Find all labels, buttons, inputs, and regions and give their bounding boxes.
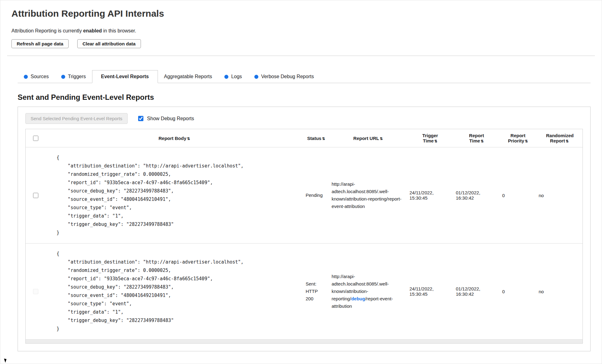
tab-sources[interactable]: Sources (18, 70, 55, 83)
tab-label: Triggers (68, 74, 86, 79)
col-header-report-url[interactable]: Report URL⇅ (329, 129, 407, 147)
attribution-internals-page: Attribution Reporting API Internals Attr… (0, 0, 602, 351)
col-header-report-time[interactable]: Report Time⇅ (453, 129, 500, 147)
tab-logs[interactable]: Logs (218, 70, 248, 83)
report-time-cell: 01/12/2022, 16:30:42 (453, 243, 500, 340)
report-time-cell: 01/12/2022, 16:30:42 (453, 147, 500, 243)
table-footer-bar (26, 339, 583, 343)
report-priority-cell: 0 (500, 243, 536, 340)
report-url-cell: http://arapi-adtech.localhost:8085/.well… (329, 243, 407, 340)
event-level-reports-panel: Send Selected Pending Event-Level Report… (18, 107, 591, 351)
tab-verbose-debug-reports[interactable]: Verbose Debug Reports (248, 70, 320, 83)
report-body-cell: { "attribution_destination": "http://ara… (45, 243, 303, 340)
col-header-randomized-report[interactable]: Randomized Report⇅ (536, 129, 583, 147)
sort-icon: ⇅ (566, 139, 569, 143)
col-header-report-priority[interactable]: Report Priority⇅ (500, 129, 536, 147)
tab-triggers[interactable]: Triggers (55, 70, 92, 83)
row-select-checkbox[interactable] (33, 289, 38, 294)
show-debug-reports-label: Show Debug Reports (147, 116, 194, 121)
page-title: Attribution Reporting API Internals (11, 8, 591, 19)
status-text-suffix: in this browser. (102, 28, 136, 33)
sort-icon: ⇅ (187, 137, 190, 141)
tab-label: Sources (31, 74, 49, 79)
sort-icon: ⇅ (481, 139, 484, 143)
tab-event-level-reports[interactable]: Event-Level Reports (92, 70, 158, 83)
reports-table-body: { "attribution_destination": "http://ara… (26, 147, 583, 340)
report-body-json: { "attribution_destination": "http://ara… (57, 154, 301, 237)
status-line: Attribution Reporting is currently enabl… (11, 28, 591, 34)
status-enabled-text: enabled (83, 28, 102, 33)
report-row-pending: { "attribution_destination": "http://ara… (26, 147, 583, 243)
mouse-cursor-icon (4, 358, 7, 362)
reports-table-wrap: Report Body⇅ Status⇅ Report URL⇅ Trigger… (25, 129, 583, 344)
triggers-data-dot-icon (61, 75, 65, 79)
select-all-header-cell (26, 129, 45, 147)
main-content: Sources Triggers Event-Level Reports Agg… (18, 70, 591, 351)
row-checkbox-cell (26, 147, 45, 243)
verbose-debug-data-dot-icon (254, 75, 258, 79)
report-url-text: http://arapi-adtech.localhost:8085/.well… (332, 181, 401, 209)
sort-icon: ⇅ (380, 137, 383, 141)
col-header-status[interactable]: Status⇅ (303, 129, 329, 147)
status-text-prefix: Attribution Reporting is currently (11, 28, 83, 33)
trigger-time-cell: 24/11/2022, 15:30:45 (407, 243, 453, 340)
panel-controls: Send Selected Pending Event-Level Report… (25, 113, 583, 124)
top-buttons-row: Refresh all page data Clear all attribut… (11, 39, 591, 48)
row-checkbox-cell (26, 243, 45, 340)
section-heading: Sent and Pending Event-Level Reports (18, 93, 591, 102)
divider (7, 56, 595, 56)
select-all-checkbox[interactable] (33, 136, 38, 141)
report-row-sent-debug: { "attribution_destination": "http://ara… (26, 243, 583, 340)
status-cell: Sent: HTTP 200 (303, 243, 329, 340)
randomized-report-cell: no (536, 147, 583, 243)
tab-label: Event-Level Reports (101, 74, 149, 79)
col-header-report-body[interactable]: Report Body⇅ (45, 129, 303, 147)
report-body-cell: { "attribution_destination": "http://ara… (45, 147, 303, 243)
show-debug-reports-toggle[interactable]: Show Debug Reports (137, 115, 194, 122)
refresh-all-page-data-button[interactable]: Refresh all page data (11, 39, 69, 48)
sort-icon: ⇅ (434, 139, 437, 143)
reports-table: Report Body⇅ Status⇅ Report URL⇅ Trigger… (26, 129, 583, 339)
tab-label: Verbose Debug Reports (261, 74, 314, 79)
debug-link[interactable]: debug (351, 296, 365, 301)
col-header-trigger-time[interactable]: Trigger Time⇅ (407, 129, 453, 147)
show-debug-reports-checkbox[interactable] (138, 116, 143, 121)
randomized-report-cell: no (536, 243, 583, 340)
trigger-time-cell: 24/11/2022, 15:30:45 (407, 147, 453, 243)
sort-icon: ⇅ (322, 137, 325, 141)
sort-icon: ⇅ (525, 139, 528, 143)
reports-table-header: Report Body⇅ Status⇅ Report URL⇅ Trigger… (26, 129, 583, 147)
tab-aggregatable-reports[interactable]: Aggregatable Reports (158, 70, 218, 83)
row-select-checkbox[interactable] (33, 193, 38, 198)
report-url-cell: http://arapi-adtech.localhost:8085/.well… (329, 147, 407, 243)
sources-data-dot-icon (24, 75, 28, 79)
tab-label: Logs (231, 74, 242, 79)
status-cell: Pending (303, 147, 329, 243)
tab-strip: Sources Triggers Event-Level Reports Agg… (18, 70, 591, 83)
clear-all-attribution-data-button[interactable]: Clear all attribution data (77, 39, 141, 48)
report-priority-cell: 0 (500, 147, 536, 243)
report-body-json: { "attribution_destination": "http://ara… (57, 250, 301, 333)
send-selected-pending-reports-button[interactable]: Send Selected Pending Event-Level Report… (25, 113, 128, 124)
logs-data-dot-icon (224, 75, 228, 79)
tab-label: Aggregatable Reports (164, 74, 212, 79)
